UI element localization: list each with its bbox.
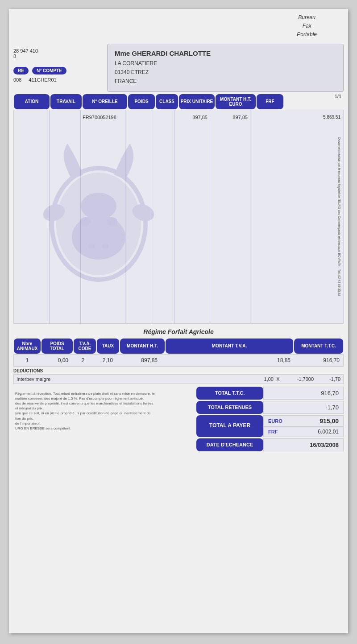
total-ttc-label: TOTAL T.T.C. bbox=[196, 387, 263, 400]
th-designation: ATION bbox=[14, 94, 50, 109]
totals-area: Règlement à réception. Tout retard entra… bbox=[13, 387, 344, 451]
side-text-content: Document réalisé par le nouveau logiciel… bbox=[338, 137, 341, 296]
header-section: Bureau Fax Portable bbox=[13, 13, 344, 39]
cell-travail bbox=[50, 113, 81, 122]
th-prix: PRIX UNITAIRE bbox=[179, 94, 215, 109]
cell-designation bbox=[14, 113, 50, 122]
sh-montant-ttc: MONTANT T.T.C. bbox=[294, 339, 343, 354]
invoice-page: Bureau Fax Portable 28 947 410 8 RE N° C… bbox=[9, 9, 348, 633]
sr-montant-ht: 897,85 bbox=[116, 356, 161, 364]
cell-oreille: FR9700052198 bbox=[81, 113, 125, 122]
svg-point-5 bbox=[102, 244, 109, 249]
page-number: 1/1 bbox=[335, 94, 341, 99]
svg-point-7 bbox=[107, 217, 117, 226]
sr-poids: 0,00 bbox=[41, 356, 72, 364]
sh-montant-ht: MONTANT H.T. bbox=[120, 339, 165, 354]
account-num-left: 008 bbox=[13, 77, 21, 83]
sh-tva-code: T.V.A. CODE bbox=[74, 339, 96, 354]
deductions-row: Interbev maigre 1,00 X -1,7000 -1,70 bbox=[13, 374, 344, 384]
total-payer-value: EURO 915,00 FRF 6.002,01 bbox=[263, 415, 344, 437]
date-value: 16/03/2008 bbox=[263, 438, 344, 451]
summary-data-row: 1 0,00 2 2,10 897,85 18,85 916,70 bbox=[13, 354, 344, 367]
phone-number: 28 947 410 bbox=[13, 48, 103, 54]
summary-header: Nbre ANIMAUX POIDS TOTAL T.V.A. CODE TAU… bbox=[13, 338, 344, 354]
sr-montant-ttc: 916,70 bbox=[294, 356, 343, 364]
phone-ext: 8 bbox=[13, 54, 103, 59]
portable-label: Portable bbox=[297, 30, 317, 39]
total-payer-label: TOTAL A PAYER bbox=[196, 415, 263, 437]
cow-watermark bbox=[27, 119, 170, 306]
totals-right: TOTAL T.T.C. 916,70 TOTAL RETENUES -1,70… bbox=[196, 387, 344, 451]
th-class: CLASS bbox=[156, 94, 178, 109]
svg-point-6 bbox=[80, 217, 91, 226]
left-info: 28 947 410 8 RE N° COMPTE 008 411GHER01 bbox=[13, 44, 103, 85]
frf-currency: FRF bbox=[268, 429, 278, 434]
re-label: RE bbox=[13, 67, 29, 74]
cell-prix: 897,85 bbox=[174, 113, 210, 122]
deductions-label: DEDUCTIONS bbox=[13, 368, 344, 373]
th-oreille: N° OREILLE bbox=[83, 94, 127, 109]
ded-x: X bbox=[274, 376, 282, 382]
address-line1: LA CORNATIERE bbox=[115, 59, 336, 68]
ded-price: -1,7000 bbox=[282, 376, 314, 382]
th-frf: FRF bbox=[257, 94, 283, 109]
total-retenues-value: -1,70 bbox=[263, 401, 344, 414]
small-print: Règlement à réception. Tout retard entra… bbox=[15, 391, 176, 431]
data-area: FR9700052198 897,85 897,85 5.869,51 Docu… bbox=[13, 110, 344, 324]
summary-title: Régime Forfait Agricole bbox=[13, 328, 344, 335]
table-header: ATION TRAVAIL N° OREILLE POIDS CLASS PRI… bbox=[13, 94, 344, 110]
ded-total: -1,70 bbox=[314, 376, 340, 382]
cell-frf: 5.869,51 bbox=[250, 113, 343, 122]
th-montant: MONTANT H.T. EURO bbox=[216, 94, 256, 109]
euro-currency: EURO bbox=[268, 418, 282, 424]
ded-item-label: Interbev maigre bbox=[17, 376, 256, 382]
ded-qty: 1,00 bbox=[256, 376, 274, 382]
payer-euro-row: EURO 915,00 bbox=[264, 416, 343, 427]
total-payer-row: TOTAL A PAYER EURO 915,00 FRF 6.002,01 bbox=[196, 415, 344, 437]
total-retenues-label: TOTAL RETENUES bbox=[196, 401, 263, 414]
address-line2: 01340 ETREZ bbox=[115, 68, 336, 77]
account-row: RE N° COMPTE bbox=[13, 67, 103, 74]
col-montant bbox=[210, 110, 250, 323]
svg-point-10 bbox=[81, 193, 116, 219]
svg-point-4 bbox=[88, 244, 95, 249]
account-numbers-row: 008 411GHER01 bbox=[13, 77, 103, 83]
cell-montant: 897,85 bbox=[210, 113, 250, 122]
totals-left: Règlement à réception. Tout retard entra… bbox=[13, 387, 193, 451]
total-ttc-value: 916,70 bbox=[263, 387, 344, 400]
th-poids: POIDS bbox=[128, 94, 155, 109]
account-num-right: 411GHER01 bbox=[29, 77, 56, 83]
address-name: Mme GHERARDI CHARLOTTE bbox=[115, 50, 336, 57]
col-frf bbox=[250, 110, 343, 323]
address-line3: FRANCE bbox=[115, 77, 336, 86]
sh-tva-taux: TAUX bbox=[97, 339, 119, 354]
payer-frf-row: FRF 6.002,01 bbox=[264, 427, 343, 437]
sh-poids: POIDS TOTAL bbox=[42, 339, 73, 354]
sr-tva-code: 2 bbox=[72, 356, 94, 364]
total-retenues-row: TOTAL RETENUES -1,70 bbox=[196, 401, 344, 414]
cell-class bbox=[152, 113, 174, 122]
col-prix bbox=[174, 110, 210, 323]
sh-montant-tva: MONTANT T.V.A. bbox=[166, 339, 293, 354]
frf-amount: 6.002,01 bbox=[318, 429, 339, 435]
th-travail: TRAVAIL bbox=[50, 94, 82, 109]
fax-label: Fax bbox=[297, 22, 317, 30]
top-area: 28 947 410 8 RE N° COMPTE 008 411GHER01 … bbox=[13, 44, 344, 92]
side-text: Document réalisé par le nouveau logiciel… bbox=[335, 110, 343, 323]
bureau-info: Bureau Fax Portable bbox=[297, 13, 317, 39]
date-echeance-row: DATE D'ECHEANCE 16/03/2008 bbox=[196, 438, 344, 451]
date-label: DATE D'ECHEANCE bbox=[196, 438, 263, 451]
sh-nbre: Nbre ANIMAUX bbox=[14, 339, 41, 354]
address-box: Mme GHERARDI CHARLOTTE LA CORNATIERE 013… bbox=[107, 44, 344, 92]
sr-montant-tva: 18,85 bbox=[161, 356, 294, 364]
table-data-row: FR9700052198 897,85 897,85 5.869,51 bbox=[14, 113, 343, 122]
euro-amount: 915,00 bbox=[320, 417, 339, 425]
bureau-label: Bureau bbox=[297, 13, 317, 22]
cell-poids bbox=[125, 113, 152, 122]
compte-label: N° COMPTE bbox=[32, 67, 66, 74]
total-ttc-row: TOTAL T.T.C. 916,70 bbox=[196, 387, 344, 400]
sr-tva-taux: 2,10 bbox=[94, 356, 116, 364]
sr-nbre: 1 bbox=[14, 356, 41, 364]
